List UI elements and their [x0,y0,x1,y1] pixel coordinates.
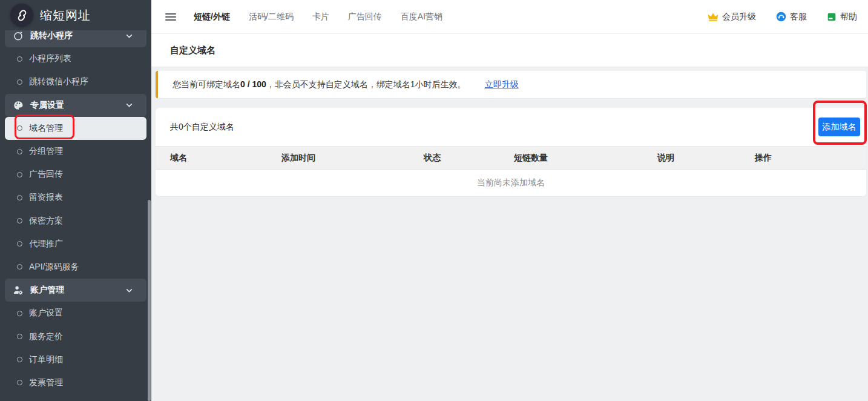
sidebar-item-label: 保密方案 [29,216,63,227]
alert-text-suffix: ，非会员不支持自定义域名，绑定域名1小时后生效。 [266,79,466,89]
empty-state-text: 当前尚未添加域名 [156,170,866,196]
topbar-action-label: 会员升级 [722,12,756,22]
topbar-action-customer-service[interactable]: 客服 [776,12,807,22]
sidebar-menu: 跳转小程序小程序列表跳转微信小程序专属设置域名管理分组管理广告回传留资报表保密方… [5,24,146,394]
alert-text: 您当前可绑定域名0 / 100，非会员不支持自定义域名，绑定域名1小时后生效。 [173,79,466,90]
circle-bullet-icon [17,79,22,85]
circle-bullet-icon [17,334,22,339]
circle-bullet-icon [17,172,22,177]
sidebar-item-label: 分组管理 [29,146,63,157]
mini-program-icon [12,30,24,42]
domain-table-card: 共0个自定义域名 添加域名 域名添加时间状态短链数量说明操作 当前尚未添加域名 [156,108,866,196]
topbar-action-member-upgrade[interactable]: 会员升级 [708,12,756,22]
table-empty-row: 当前尚未添加域名 [156,170,866,196]
sidebar-item-label: 发票管理 [29,377,63,388]
sidebar-item-invoice-management[interactable]: 发票管理 [5,371,146,394]
sidebar-item-api-source-service[interactable]: API/源码服务 [5,256,146,279]
palette-icon [12,99,24,111]
sidebar-item-lead-report[interactable]: 留资报表 [5,186,146,209]
quota-alert: 您当前可绑定域名0 / 100，非会员不支持自定义域名，绑定域名1小时后生效。 … [156,71,866,98]
table-header-row: 域名添加时间状态短链数量说明操作 [156,147,866,170]
sidebar-section-account-management[interactable]: 账户管理 [5,279,146,302]
circle-bullet-icon [17,357,22,362]
help-book-icon [827,12,837,22]
sidebar-item-label: 代理推广 [29,239,63,250]
main-area: 短链/外链活码/二维码卡片广告回传百度AI营销 会员升级客服帮助 自定义域名 您… [151,0,868,401]
topbar-action-help[interactable]: 帮助 [827,12,857,22]
sidebar-item-account-settings[interactable]: 账户设置 [5,302,146,325]
table-card-header: 共0个自定义域名 添加域名 [156,108,866,146]
circle-bullet-icon [17,311,22,316]
circle-bullet-icon [17,149,22,154]
sidebar-item-label: 订单明细 [29,354,63,365]
column-header-5: 操作 [740,147,866,170]
sidebar-item-label: 专属设置 [30,100,64,111]
sidebar: 跳转小程序小程序列表跳转微信小程序专属设置域名管理分组管理广告回传留资报表保密方… [0,0,151,401]
circle-bullet-icon [17,218,22,224]
sidebar-item-ad-callback[interactable]: 广告回传 [5,163,146,186]
topbar-action-label: 客服 [790,12,807,22]
tab-short-link[interactable]: 短链/外链 [194,12,230,22]
circle-bullet-icon [17,264,22,270]
column-header-0: 域名 [156,147,267,170]
link-icon [10,4,33,27]
upgrade-now-link[interactable]: 立即升级 [485,79,519,90]
sidebar-item-label: 账户设置 [29,308,63,319]
sidebar-item-agent-promotion[interactable]: 代理推广 [5,233,146,256]
service-icon [776,12,786,22]
sidebar-item-label: 账户管理 [30,285,64,296]
alert-quota: 0 / 100 [240,79,266,89]
chevron-down-icon [125,286,133,294]
sidebar-item-label: API/源码服务 [29,262,79,273]
app-title: 缩短网址 [40,7,91,24]
sidebar-item-jump-wechat-miniprogram[interactable]: 跳转微信小程序 [5,70,146,93]
hamburger-menu-icon[interactable] [165,11,176,23]
sidebar-item-label: 跳转微信小程序 [29,76,88,87]
chevron-down-icon [125,31,133,40]
page-title: 自定义域名 [170,45,215,56]
chevron-down-icon [125,101,133,110]
circle-bullet-icon [17,125,22,131]
app-logo[interactable]: 缩短网址 [0,0,151,30]
domain-count-text: 共0个自定义域名 [170,122,234,133]
sidebar-item-label: 域名管理 [29,123,63,134]
sidebar-section-exclusive-settings[interactable]: 专属设置 [5,94,146,117]
sidebar-item-label: 留资报表 [29,192,63,203]
sidebar-item-label: 广告回传 [29,169,63,180]
sidebar-item-domain-management[interactable]: 域名管理 [5,117,146,140]
topbar-right: 会员升级客服帮助 [708,12,858,22]
column-header-2: 状态 [409,147,499,170]
add-domain-button[interactable]: 添加域名 [818,118,860,136]
content: 您当前可绑定域名0 / 100，非会员不支持自定义域名，绑定域名1小时后生效。 … [151,67,868,196]
domain-table: 域名添加时间状态短链数量说明操作 当前尚未添加域名 [156,146,866,196]
column-header-4: 说明 [643,147,740,170]
sidebar-item-miniprogram-list[interactable]: 小程序列表 [5,47,146,70]
sidebar-item-order-details[interactable]: 订单明细 [5,348,146,371]
circle-bullet-icon [17,380,22,385]
page-header: 自定义域名 [151,34,868,67]
column-header-3: 短链数量 [499,147,643,170]
sidebar-item-service-pricing[interactable]: 服务定价 [5,325,146,348]
crown-icon [708,12,718,22]
sidebar-item-label: 小程序列表 [29,53,71,64]
tab-card[interactable]: 卡片 [312,12,329,22]
circle-bullet-icon [17,195,22,200]
sidebar-item-privacy-plan[interactable]: 保密方案 [5,210,146,233]
topbar-action-label: 帮助 [840,12,857,22]
user-gear-icon [12,284,24,296]
tab-ad-callback[interactable]: 广告回传 [348,12,382,22]
topbar: 短链/外链活码/二维码卡片广告回传百度AI营销 会员升级客服帮助 [151,0,868,34]
column-header-1: 添加时间 [267,147,409,170]
circle-bullet-icon [17,56,22,62]
tab-baidu-ai[interactable]: 百度AI营销 [401,12,442,22]
sidebar-item-group-management[interactable]: 分组管理 [5,140,146,163]
sidebar-item-label: 跳转小程序 [30,30,73,41]
topnav-tabs: 短链/外链活码/二维码卡片广告回传百度AI营销 [194,12,442,22]
tab-live-qrcode[interactable]: 活码/二维码 [249,12,294,22]
sidebar-item-label: 服务定价 [29,331,63,342]
alert-text-prefix: 您当前可绑定域名 [173,79,240,89]
circle-bullet-icon [17,241,22,247]
sidebar-scrollbar-thumb[interactable] [148,200,151,401]
